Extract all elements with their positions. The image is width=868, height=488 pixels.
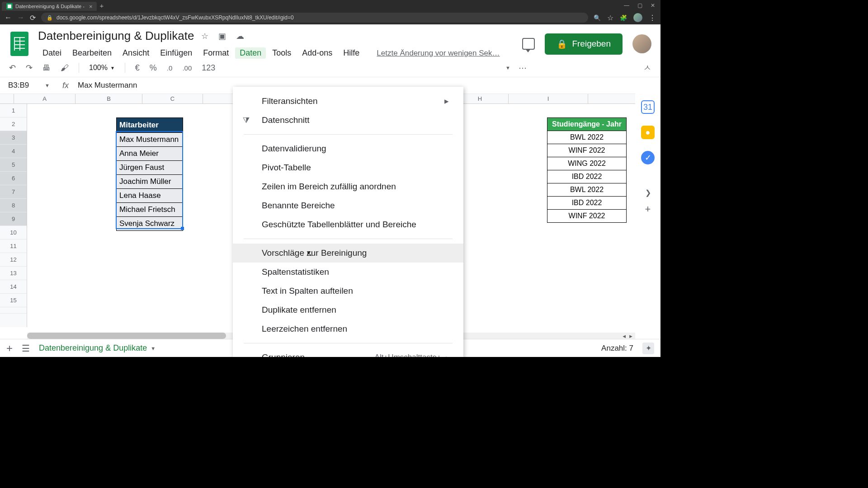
- add-sheet-icon[interactable]: +: [6, 342, 13, 355]
- menu-einfügen[interactable]: Einfügen: [156, 47, 197, 59]
- row-header-7[interactable]: 7: [0, 185, 27, 199]
- employee-cell[interactable]: Anna Meier: [117, 146, 183, 160]
- menu-item-text-in-spalten-aufteilen[interactable]: Text in Spalten aufteilen: [233, 282, 463, 300]
- study-cell[interactable]: BWL 2022: [547, 183, 626, 196]
- menu-item-benannte-bereiche[interactable]: Benannte Bereiche: [233, 196, 463, 215]
- close-window-icon[interactable]: ✕: [651, 2, 655, 9]
- extensions-icon[interactable]: 🧩: [620, 14, 627, 21]
- close-tab-icon[interactable]: ×: [89, 3, 93, 10]
- row-header-2[interactable]: 2: [0, 117, 27, 131]
- study-cell[interactable]: WINF 2022: [547, 144, 626, 157]
- menu-datei[interactable]: Datei: [38, 47, 66, 59]
- side-collapse-icon[interactable]: ❯: [645, 188, 651, 197]
- study-cell[interactable]: WINF 2022: [547, 209, 626, 222]
- profile-avatar-small[interactable]: [633, 13, 642, 22]
- row-header-11[interactable]: 11: [0, 239, 27, 253]
- study-cell[interactable]: BWL 2022: [547, 131, 626, 144]
- namebox-dropdown-icon[interactable]: ▼: [45, 83, 50, 88]
- redo-icon[interactable]: ↷: [26, 63, 33, 73]
- account-avatar[interactable]: [632, 34, 651, 53]
- increase-decimals-button[interactable]: .00: [182, 64, 192, 72]
- employee-cell[interactable]: Joachim Müller: [117, 174, 183, 188]
- move-icon[interactable]: ▣: [218, 31, 226, 41]
- col-header-C[interactable]: C: [142, 94, 203, 103]
- star-icon[interactable]: ☆: [201, 31, 208, 41]
- menu-item-zeilen-im-bereich-zufällig-anordnen[interactable]: Zeilen im Bereich zufällig anordnen: [233, 177, 463, 196]
- browser-tab[interactable]: Datenbereinigung & Duplikate - ×: [2, 2, 97, 11]
- menu-item-pivot-tabelle[interactable]: Pivot-Tabelle: [233, 158, 463, 177]
- menu-add-ons[interactable]: Add-ons: [297, 47, 337, 59]
- forward-icon[interactable]: →: [17, 14, 24, 22]
- browser-menu-icon[interactable]: ⋮: [649, 14, 656, 22]
- scroll-left-icon[interactable]: ◄: [622, 333, 627, 339]
- menu-item-vorschläge-zur-bereinigung[interactable]: Vorschläge zur Bereinigung: [233, 244, 463, 263]
- study-cell[interactable]: IBD 2022: [547, 170, 626, 183]
- row-header-10[interactable]: 10: [0, 226, 27, 239]
- menu-bearbeiten[interactable]: Bearbeiten: [68, 47, 116, 59]
- number-format-button[interactable]: 123: [202, 63, 215, 73]
- menu-item-spaltenstatistiken[interactable]: Spaltenstatistiken: [233, 263, 463, 282]
- row-header-3[interactable]: 3: [0, 131, 27, 145]
- menu-tools[interactable]: Tools: [268, 47, 296, 59]
- last-modified-link[interactable]: Letzte Änderung vor wenigen Sek…: [372, 48, 504, 59]
- minimize-icon[interactable]: —: [624, 2, 629, 9]
- more-formats-dropdown[interactable]: ▼: [505, 65, 510, 70]
- collapse-toolbar-icon[interactable]: ㅅ: [643, 62, 651, 73]
- toolbar-overflow-icon[interactable]: ⋯: [519, 63, 527, 73]
- menu-item-filteransichten[interactable]: Filteransichten▸: [233, 91, 463, 111]
- explore-icon[interactable]: ✦: [642, 343, 654, 354]
- zoom-select[interactable]: 100%▼: [89, 64, 115, 72]
- percent-button[interactable]: %: [150, 63, 157, 73]
- row-header-1[interactable]: 1: [0, 104, 27, 117]
- col-header-A[interactable]: A: [14, 94, 75, 103]
- col-header-B[interactable]: B: [75, 94, 142, 103]
- share-button[interactable]: 🔒 Freigeben: [545, 33, 623, 55]
- name-box[interactable]: B3:B9 ▼: [5, 80, 53, 91]
- row-header-14[interactable]: 14: [0, 280, 27, 294]
- print-icon[interactable]: 🖶: [42, 63, 51, 73]
- col-header-I[interactable]: I: [509, 94, 588, 103]
- sheets-logo[interactable]: [9, 30, 30, 57]
- document-title[interactable]: Datenbereinigung & Duplikate: [38, 29, 194, 43]
- select-all-corner[interactable]: [0, 94, 14, 104]
- paint-format-icon[interactable]: 🖌: [61, 63, 69, 73]
- menu-ansicht[interactable]: Ansicht: [118, 47, 154, 59]
- currency-button[interactable]: €: [135, 63, 140, 73]
- menu-item-datenschnitt[interactable]: ⧩Datenschnitt: [233, 111, 463, 130]
- row-header-8[interactable]: 8: [0, 199, 27, 212]
- study-cell[interactable]: WING 2022: [547, 157, 626, 170]
- row-header-9[interactable]: 9: [0, 212, 27, 226]
- menu-daten[interactable]: Daten: [235, 47, 266, 59]
- study-cell[interactable]: IBD 2022: [547, 196, 626, 209]
- scroll-right-icon[interactable]: ►: [628, 333, 633, 339]
- reload-icon[interactable]: ⟳: [30, 14, 36, 22]
- calendar-icon[interactable]: 31: [641, 100, 655, 114]
- menu-item-leerzeichen-entfernen[interactable]: Leerzeichen entfernen: [233, 319, 463, 338]
- row-header-15[interactable]: 15: [0, 294, 27, 307]
- keep-icon[interactable]: ●: [641, 126, 655, 139]
- undo-icon[interactable]: ↶: [9, 63, 16, 73]
- back-icon[interactable]: ←: [5, 14, 12, 22]
- menu-format[interactable]: Format: [198, 47, 233, 59]
- employee-cell[interactable]: Michael Frietsch: [117, 202, 183, 216]
- row-header-12[interactable]: 12: [0, 253, 27, 267]
- employee-cell[interactable]: Jürgen Faust: [117, 160, 183, 174]
- all-sheets-icon[interactable]: ☰: [22, 343, 30, 354]
- sheet-tab[interactable]: Datenbereinigung & Duplikate ▼: [39, 343, 156, 353]
- employee-cell[interactable]: Svenja Schwarz: [117, 216, 183, 230]
- decrease-decimals-button[interactable]: .0: [167, 64, 173, 72]
- zoom-lens-icon[interactable]: 🔍: [594, 14, 601, 21]
- maximize-icon[interactable]: ▢: [637, 2, 642, 9]
- row-header-6[interactable]: 6: [0, 172, 27, 185]
- new-tab-button[interactable]: +: [99, 2, 104, 9]
- url-field[interactable]: 🔒 docs.google.com/spreadsheets/d/1Jevzbk…: [41, 13, 588, 23]
- star-bookmark-icon[interactable]: ☆: [607, 14, 613, 22]
- menu-item-datenvalidierung[interactable]: Datenvalidierung: [233, 139, 463, 158]
- sheet-tab-dropdown-icon[interactable]: ▼: [151, 346, 156, 351]
- row-header-4[interactable]: 4: [0, 145, 27, 158]
- employee-cell[interactable]: Lena Haase: [117, 188, 183, 202]
- row-header-5[interactable]: 5: [0, 158, 27, 172]
- menu-hilfe[interactable]: Hilfe: [339, 47, 364, 59]
- comments-icon[interactable]: [522, 38, 535, 50]
- formula-value[interactable]: Max Mustermann: [78, 81, 137, 90]
